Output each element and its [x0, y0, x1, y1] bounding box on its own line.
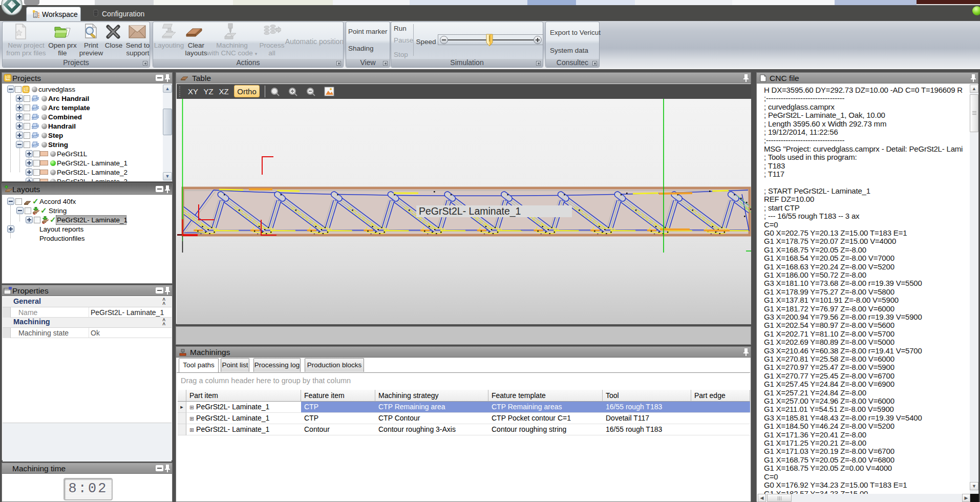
svg-text:PeGrSt2L- Laminate_1: PeGrSt2L- Laminate_1	[419, 205, 521, 217]
